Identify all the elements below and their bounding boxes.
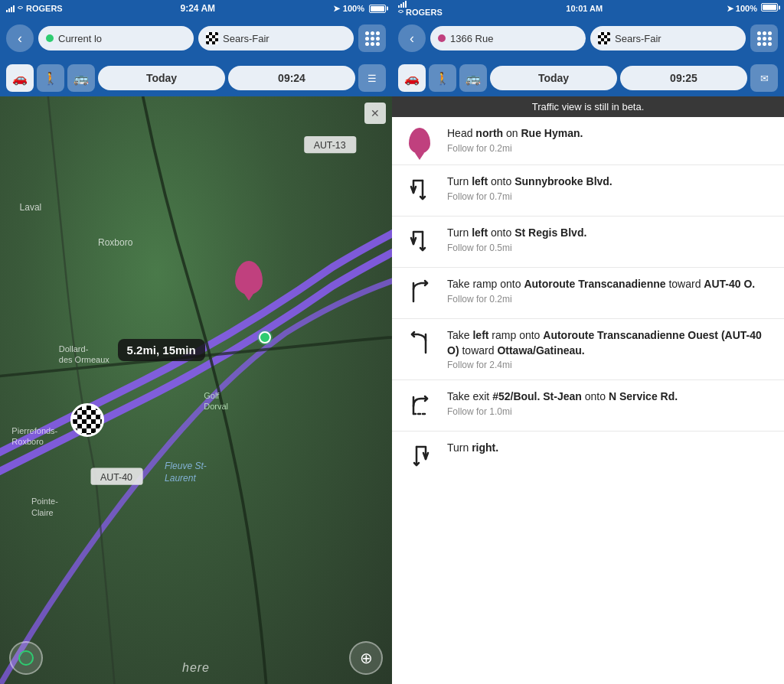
right-car-mode-button[interactable]: 🚗 [398, 64, 426, 92]
left-panel: ⌔ ROGERS 9:24 AM ➤ 100% ‹ Current lo Sea… [0, 0, 392, 684]
right-destination-pill[interactable]: Sears-Fair [590, 26, 746, 50]
right-time: 10:01 AM [566, 4, 603, 13]
svg-text:AUT-40: AUT-40 [100, 472, 132, 483]
direction-icon-wrap [403, 389, 436, 422]
direction-text: Take ramp onto Autoroute Transcanadienne… [447, 277, 773, 305]
direction-item: Turn left onto Sunnybrooke Blvd. Follow … [392, 165, 784, 217]
direction-text: Turn left onto Sunnybrooke Blvd. Follow … [447, 174, 773, 202]
map-close-button[interactable]: ✕ [364, 103, 386, 124]
direction-instruction: Turn left onto St Regis Blvd. [447, 226, 773, 241]
walk-mode-button[interactable]: 🚶 [37, 64, 64, 92]
direction-icon-wrap [403, 328, 436, 360]
direction-arrow-icon [406, 176, 433, 207]
right-battery-percent: 100% [736, 4, 757, 13]
direction-instruction: Turn right. [447, 441, 773, 456]
left-current-location-pill[interactable]: Current lo [38, 26, 194, 50]
right-battery-group: ➤ 100% [727, 3, 778, 14]
current-location-pin [259, 331, 271, 344]
direction-text: Take exit #52/Boul. St-Jean onto N Servi… [447, 389, 773, 417]
direction-instruction: Head north on Rue Hyman. [447, 126, 773, 142]
right-time-button[interactable]: 09:25 [620, 66, 747, 90]
right-header-bar: ‹ 1366 Rue Sears-Fair [392, 17, 784, 60]
direction-pin-icon [409, 128, 430, 155]
left-list-button[interactable]: ☰ [358, 64, 386, 92]
direction-item: Take exit #52/Boul. St-Jean onto N Servi… [392, 380, 784, 432]
direction-arrow-icon [406, 278, 433, 309]
direction-arrow-icon [406, 227, 433, 258]
direction-item: Turn right. [392, 432, 784, 482]
direction-item: Take ramp onto Autoroute Transcanadienne… [392, 268, 784, 319]
direction-arrow-icon [406, 391, 433, 422]
right-signal-group: ⌔ ROGERS [398, 0, 443, 17]
left-checkered-icon [206, 32, 218, 44]
carrier-name: ROGERS [26, 4, 63, 13]
direction-distance: Follow for 1.0mi [447, 406, 773, 417]
direction-icon-wrap [403, 174, 436, 207]
right-current-location-pill[interactable]: 1366 Rue [430, 26, 586, 50]
right-back-button[interactable]: ‹ [398, 24, 426, 52]
direction-instruction: Take left ramp onto Autoroute Transcanad… [447, 328, 773, 358]
dollard-label: Dollard-des Ormeaux [59, 344, 109, 366]
battery-percent: 100% [343, 4, 364, 13]
left-map-area[interactable]: AUT-13 AUT-40 Laval Roxboro Dollard-des … [0, 96, 392, 684]
golf-label: GolfDorval [204, 390, 228, 412]
right-current-dot [438, 34, 446, 42]
direction-instruction: Take exit #52/Boul. St-Jean onto N Servi… [447, 389, 773, 405]
right-transport-bar: 🚗 🚶 🚌 Today 09:25 ✉ [392, 60, 784, 96]
direction-icon-wrap [403, 441, 436, 473]
right-carrier-name: ROGERS [406, 8, 443, 17]
fleuve-label: Fleuve St-Laurent [165, 461, 207, 484]
signal-icon [6, 5, 15, 12]
right-current-label: 1366 Rue [450, 33, 493, 44]
right-checkered-icon [598, 32, 610, 44]
right-status-bar: ⌔ ROGERS 10:01 AM ➤ 100% [392, 0, 784, 17]
left-header-bar: ‹ Current lo Sears-Fair [0, 17, 392, 60]
direction-item: Take left ramp onto Autoroute Transcanad… [392, 319, 784, 380]
direction-icon-wrap [403, 226, 436, 258]
left-date-button[interactable]: Today [98, 66, 225, 90]
direction-distance: Follow for 0.5mi [447, 243, 773, 253]
pierrefonds-label: Pierrefonds-Roxboro [11, 425, 57, 448]
direction-text: Take left ramp onto Autoroute Transcanad… [447, 328, 773, 370]
left-grid-button[interactable] [358, 24, 386, 52]
current-location-label: Current lo [58, 33, 102, 44]
right-battery-icon [761, 3, 778, 11]
roxboro-label: Roxboro [98, 237, 132, 248]
current-location-dot [46, 34, 54, 42]
left-signal-group: ⌔ ROGERS [6, 4, 63, 13]
right-walk-mode-button[interactable]: 🚶 [429, 64, 456, 92]
gps-button[interactable] [9, 641, 43, 675]
direction-distance: Follow for 2.4mi [447, 360, 773, 370]
direction-arrow-icon [406, 330, 433, 360]
direction-icon-wrap [403, 126, 436, 155]
direction-text: Turn left onto St Regis Blvd. Follow for… [447, 226, 773, 253]
gps-indicator [18, 650, 34, 666]
svg-text:AUT-13: AUT-13 [314, 140, 346, 151]
direction-arrow-icon [406, 442, 433, 473]
destination-pin [235, 261, 263, 295]
right-grid-dots-icon [757, 31, 772, 46]
direction-item: Turn left onto St Regis Blvd. Follow for… [392, 217, 784, 268]
pointe-claire-label: Pointe-Claire [31, 496, 58, 518]
transit-mode-button[interactable]: 🚌 [67, 64, 95, 92]
location-icon: ➤ [333, 4, 340, 14]
direction-distance: Follow for 0.7mi [447, 191, 773, 202]
directions-list[interactable]: Head north on Rue Hyman. Follow for 0.2m… [392, 117, 784, 684]
here-watermark: here [182, 661, 210, 675]
distance-badge: 5.2mi, 15min [118, 339, 205, 361]
right-transit-mode-button[interactable]: 🚌 [459, 64, 487, 92]
right-signal-icon [398, 0, 443, 8]
left-back-button[interactable]: ‹ [6, 24, 34, 52]
right-grid-button[interactable] [750, 24, 778, 52]
left-destination-pill[interactable]: Sears-Fair [198, 26, 354, 50]
car-mode-button[interactable]: 🚗 [6, 64, 34, 92]
right-panel: ⌔ ROGERS 10:01 AM ➤ 100% ‹ 1366 Rue Sear… [392, 0, 784, 684]
left-time-button[interactable]: 09:24 [228, 66, 355, 90]
right-date-button[interactable]: Today [490, 66, 617, 90]
left-time: 9:24 AM [180, 3, 215, 14]
road-layer: AUT-13 AUT-40 [0, 96, 392, 684]
right-mail-button[interactable]: ✉ [750, 64, 778, 92]
direction-instruction: Take ramp onto Autoroute Transcanadienne… [447, 277, 773, 292]
layers-button[interactable]: ⊕ [349, 641, 383, 675]
laval-label: Laval [20, 202, 42, 213]
